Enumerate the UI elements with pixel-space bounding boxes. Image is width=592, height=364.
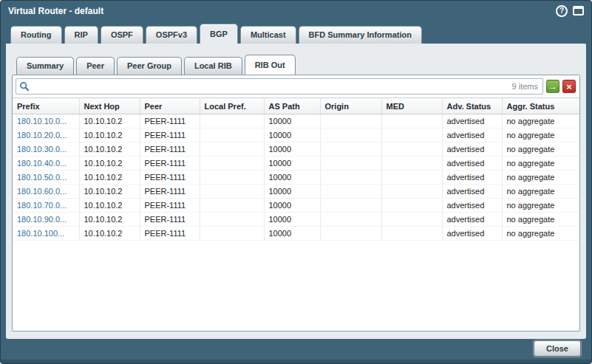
- aggr-status-cell: no aggregate: [502, 157, 579, 171]
- aggr-status-cell: no aggregate: [502, 171, 579, 185]
- clear-filter-button[interactable]: ×: [562, 80, 576, 93]
- local-pref-cell: [200, 114, 264, 128]
- table-row[interactable]: 180.10.50.0... 10.10.10.2 PEER-1111 1000…: [13, 171, 579, 185]
- origin-cell: [320, 227, 381, 241]
- subtab-rib-out[interactable]: RIB Out: [245, 55, 296, 75]
- table-row[interactable]: 180.10.20.0... 10.10.10.2 PEER-1111 1000…: [13, 128, 579, 142]
- tab-routing[interactable]: Routing: [10, 26, 62, 44]
- window-icon[interactable]: [573, 6, 584, 16]
- as-path-cell: 10000: [264, 227, 320, 241]
- titlebar: Virtual Router - default ?: [1, 1, 591, 21]
- prefix-cell[interactable]: 180.10.10.0...: [13, 114, 79, 128]
- prefix-cell[interactable]: 180.10.50.0...: [13, 171, 79, 185]
- as-path-cell: 10000: [264, 114, 320, 128]
- aggr-status-cell: no aggregate: [502, 227, 579, 241]
- rib-out-content: 9 items → × Prefix Next Hop: [12, 75, 580, 332]
- origin-cell: [320, 128, 381, 142]
- table-row[interactable]: 180.10.60.0... 10.10.10.2 PEER-1111 1000…: [13, 185, 579, 199]
- peer-cell: PEER-1111: [140, 185, 200, 199]
- adv-status-cell: advertised: [442, 114, 502, 128]
- as-path-cell: 10000: [264, 157, 320, 171]
- local-pref-cell: [200, 185, 264, 199]
- subtab-peer[interactable]: Peer: [76, 57, 115, 75]
- origin-cell: [320, 185, 381, 199]
- table-header: Prefix Next Hop Peer Local Pref. AS Path…: [13, 98, 579, 114]
- prefix-cell[interactable]: 180.10.60.0...: [13, 185, 79, 199]
- table-row[interactable]: 180.10.100... 10.10.10.2 PEER-1111 10000…: [13, 227, 579, 241]
- subtab-peer-group[interactable]: Peer Group: [117, 57, 182, 75]
- prefix-cell[interactable]: 180.10.90.0...: [13, 213, 79, 227]
- tab-bgp[interactable]: BGP: [200, 24, 238, 44]
- next-hop-cell: 10.10.10.2: [79, 128, 140, 142]
- adv-status-cell: advertised: [442, 128, 502, 142]
- local-pref-cell: [200, 227, 264, 241]
- column-header-peer[interactable]: Peer: [140, 98, 200, 114]
- table-row[interactable]: 180.10.30.0... 10.10.10.2 PEER-1111 1000…: [13, 142, 579, 157]
- next-hop-cell: 10.10.10.2: [79, 213, 140, 227]
- help-icon[interactable]: ?: [556, 5, 568, 17]
- origin-cell: [320, 142, 381, 157]
- column-header-aggr-status[interactable]: Aggr. Status: [502, 98, 579, 114]
- med-cell: [381, 227, 442, 241]
- table-body: 180.10.10.0... 10.10.10.2 PEER-1111 1000…: [13, 114, 579, 241]
- local-pref-cell: [200, 199, 264, 213]
- peer-cell: PEER-1111: [140, 213, 200, 227]
- med-cell: [381, 114, 442, 128]
- subtab-local-rib[interactable]: Local RIB: [184, 57, 242, 75]
- adv-status-cell: advertised: [442, 171, 502, 185]
- tab-ospfv3[interactable]: OSPFv3: [146, 26, 197, 44]
- column-header-as-path[interactable]: AS Path: [264, 98, 320, 114]
- next-hop-cell: 10.10.10.2: [79, 199, 140, 213]
- adv-status-cell: advertised: [442, 213, 502, 227]
- prefix-cell[interactable]: 180.10.20.0...: [13, 128, 79, 142]
- as-path-cell: 10000: [264, 142, 320, 157]
- next-hop-cell: 10.10.10.2: [79, 114, 140, 128]
- tab-bfd-summary[interactable]: BFD Summary Information: [299, 26, 422, 44]
- column-header-local-pref[interactable]: Local Pref.: [200, 98, 264, 114]
- tab-multicast[interactable]: Multicast: [240, 26, 296, 44]
- table-row[interactable]: 180.10.70.0... 10.10.10.2 PEER-1111 1000…: [13, 199, 579, 213]
- close-button[interactable]: Close: [534, 340, 581, 357]
- prefix-cell[interactable]: 180.10.70.0...: [13, 199, 79, 213]
- search-icon: [19, 81, 30, 92]
- column-header-adv-status[interactable]: Adv. Status: [442, 98, 502, 114]
- as-path-cell: 10000: [264, 213, 320, 227]
- table-row[interactable]: 180.10.90.0... 10.10.10.2 PEER-1111 1000…: [13, 213, 579, 227]
- peer-cell: PEER-1111: [140, 171, 200, 185]
- column-header-med[interactable]: MED: [381, 98, 442, 114]
- local-pref-cell: [200, 128, 264, 142]
- aggr-status-cell: no aggregate: [502, 199, 579, 213]
- adv-status-cell: advertised: [442, 157, 502, 171]
- local-pref-cell: [200, 171, 264, 185]
- search-input[interactable]: [33, 80, 508, 93]
- tab-rip[interactable]: RIP: [64, 26, 98, 44]
- origin-cell: [320, 114, 381, 128]
- local-pref-cell: [200, 142, 264, 157]
- aggr-status-cell: no aggregate: [502, 128, 579, 142]
- table-row[interactable]: 180.10.10.0... 10.10.10.2 PEER-1111 1000…: [13, 114, 579, 128]
- column-header-origin[interactable]: Origin: [320, 98, 381, 114]
- items-count: 9 items: [512, 82, 538, 91]
- column-header-next-hop[interactable]: Next Hop: [79, 98, 140, 114]
- next-hop-cell: 10.10.10.2: [79, 185, 140, 199]
- bgp-sub-tab-strip: Summary Peer Peer Group Local RIB RIB Ou…: [6, 44, 586, 75]
- aggr-status-cell: no aggregate: [502, 213, 579, 227]
- titlebar-icons: ?: [556, 5, 584, 17]
- adv-status-cell: advertised: [442, 199, 502, 213]
- tab-ospf[interactable]: OSPF: [101, 26, 143, 44]
- prefix-cell[interactable]: 180.10.100...: [13, 227, 79, 241]
- aggr-status-cell: no aggregate: [502, 114, 579, 128]
- adv-status-cell: advertised: [442, 142, 502, 157]
- prefix-cell[interactable]: 180.10.30.0...: [13, 142, 79, 157]
- peer-cell: PEER-1111: [140, 157, 200, 171]
- rib-out-table: Prefix Next Hop Peer Local Pref. AS Path…: [13, 97, 579, 241]
- column-header-prefix[interactable]: Prefix: [13, 98, 79, 114]
- prefix-cell[interactable]: 180.10.40.0...: [13, 157, 79, 171]
- subtab-summary[interactable]: Summary: [16, 57, 74, 75]
- table-row[interactable]: 180.10.40.0... 10.10.10.2 PEER-1111 1000…: [13, 157, 579, 171]
- main-tab-strip: Routing RIP OSPF OSPFv3 BGP Multicast BF…: [1, 21, 591, 44]
- origin-cell: [320, 171, 381, 185]
- next-hop-cell: 10.10.10.2: [79, 171, 140, 185]
- local-pref-cell: [200, 213, 264, 227]
- apply-filter-button[interactable]: →: [546, 80, 559, 93]
